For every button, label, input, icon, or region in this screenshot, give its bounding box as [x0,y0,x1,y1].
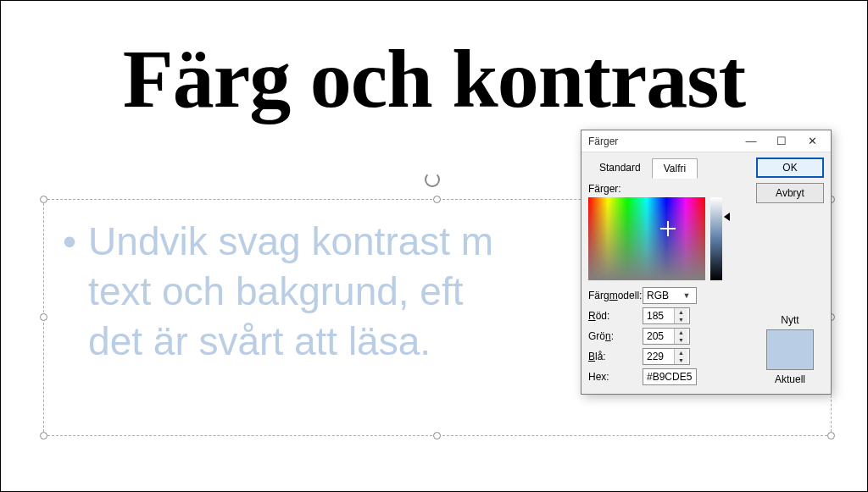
color-spectrum[interactable] [588,197,705,280]
maximize-button[interactable]: ☐ [766,132,797,151]
tab-strip: Standard Valfri [588,158,748,178]
spin-up-icon[interactable]: ▲ [675,329,687,336]
luminance-arrow-icon [724,213,730,221]
bullet-marker: • [63,217,76,367]
resize-handle[interactable] [433,432,441,439]
tab-custom[interactable]: Valfri [652,158,698,179]
rotate-icon [425,172,440,187]
blue-input[interactable]: ▲ ▼ [643,348,690,365]
dialog-titlebar[interactable]: Färger — ☐ ✕ [581,130,831,152]
red-value[interactable] [643,308,674,323]
new-color-label: Nytt [756,314,824,326]
spin-down-icon[interactable]: ▼ [675,357,687,364]
luminance-slider[interactable] [710,197,722,280]
color-model-value: RGB [647,290,669,301]
resize-handle[interactable] [827,432,835,439]
green-label: Grön: [588,330,643,342]
hex-label: Hex: [588,371,643,383]
spectrum-cursor-icon [664,224,672,233]
blue-label: Blå: [588,351,643,362]
resize-handle[interactable] [433,196,441,203]
tab-standard[interactable]: Standard [588,158,652,179]
color-swatch [766,329,814,370]
ok-button[interactable]: OK [756,158,824,178]
hex-value: #B9CDE5 [647,371,692,383]
slide-title: Färg och kontrast [1,31,867,126]
close-button[interactable]: ✕ [797,132,827,151]
resize-handle[interactable] [40,432,47,439]
chevron-down-icon: ▼ [681,291,693,300]
green-value[interactable] [643,329,674,344]
spin-down-icon[interactable]: ▼ [675,316,687,323]
resize-handle[interactable] [40,196,47,203]
rotation-handle[interactable] [423,170,442,189]
colors-label: Färger: [588,183,748,195]
hex-input[interactable]: #B9CDE5 [643,368,697,385]
colors-dialog: Färger — ☐ ✕ Standard Valfri Färger: Fär… [581,130,832,395]
cancel-button[interactable]: Avbryt [756,183,824,203]
red-label: Röd: [588,310,643,322]
current-color-label: Aktuell [756,373,824,385]
minimize-button[interactable]: — [736,132,766,151]
resize-handle[interactable] [40,313,47,321]
red-input[interactable]: ▲ ▼ [643,307,690,324]
green-input[interactable]: ▲ ▼ [643,328,690,345]
spin-up-icon[interactable]: ▲ [675,308,687,316]
dialog-title: Färger [588,135,736,147]
color-model-select[interactable]: RGB ▼ [643,287,697,304]
spin-down-icon[interactable]: ▼ [675,336,687,344]
blue-value[interactable] [643,349,674,364]
spin-up-icon[interactable]: ▲ [675,349,687,357]
model-label: Färgmodell: [588,290,643,301]
